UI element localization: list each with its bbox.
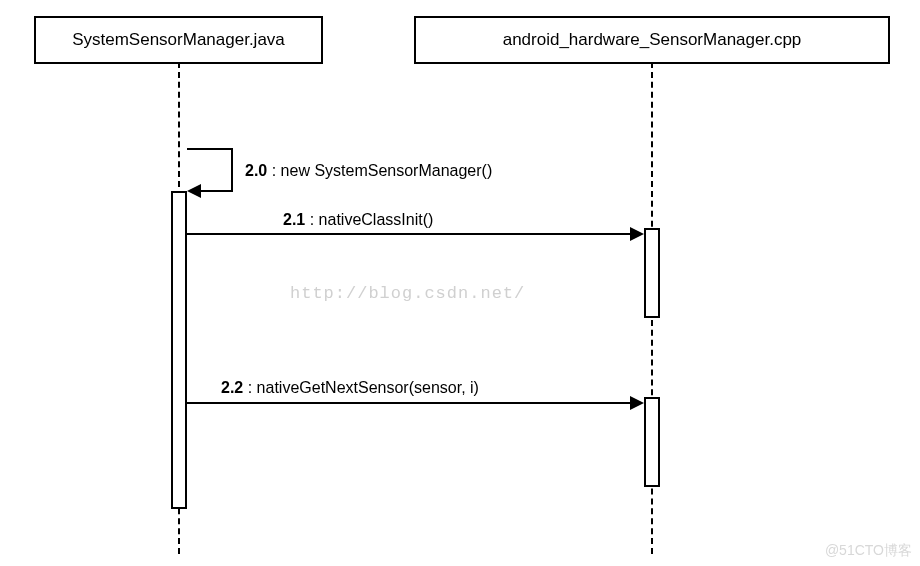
message-0-text: new SystemSensorManager() (281, 162, 493, 179)
message-0-label: 2.0 : new SystemSensorManager() (245, 162, 492, 180)
selfcall-v (231, 148, 233, 191)
selfcall-bottom-h (199, 190, 233, 192)
selfcall-arrowhead (187, 184, 201, 198)
participant-right-label: android_hardware_SensorManager.cpp (503, 30, 802, 49)
participant-left: SystemSensorManager.java (34, 16, 323, 64)
message-1-arrowhead (630, 227, 644, 241)
activation-right-1 (644, 228, 660, 318)
message-2-label: 2.2 : nativeGetNextSensor(sensor, i) (221, 379, 479, 397)
message-2-line (187, 402, 632, 404)
selfcall-top-h (187, 148, 233, 150)
activation-left-main (171, 191, 187, 509)
participant-right: android_hardware_SensorManager.cpp (414, 16, 890, 64)
watermark-center: http://blog.csdn.net/ (290, 284, 525, 303)
participant-left-label: SystemSensorManager.java (72, 30, 285, 49)
message-2-arrowhead (630, 396, 644, 410)
message-1-line (187, 233, 632, 235)
activation-right-2 (644, 397, 660, 487)
message-2-text: nativeGetNextSensor(sensor, i) (257, 379, 479, 396)
message-1-label: 2.1 : nativeClassInit() (283, 211, 433, 229)
message-1-text: nativeClassInit() (319, 211, 434, 228)
message-0-num: 2.0 (245, 162, 267, 179)
message-2-num: 2.2 (221, 379, 243, 396)
message-1-num: 2.1 (283, 211, 305, 228)
watermark-corner: @51CTO博客 (825, 542, 912, 560)
